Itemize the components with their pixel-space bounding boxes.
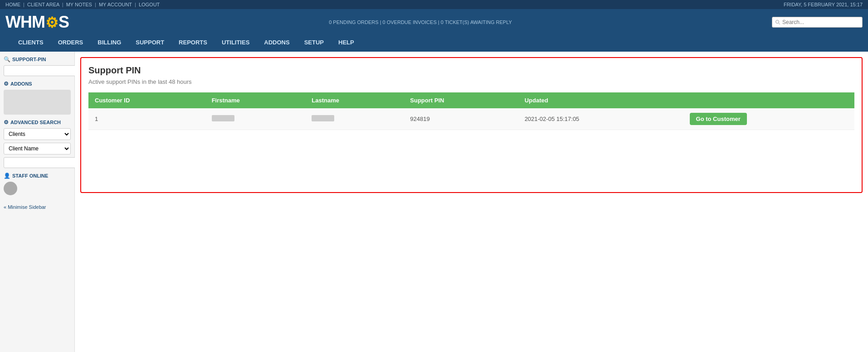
global-search-input[interactable] [772,17,863,28]
firstname-blurred [212,115,234,121]
search-icon: 🔍 [4,56,10,63]
sidebar: 🔍 SUPPORT-PIN Search ⚙ ADDONS ⚙ ADVANCED… [0,52,75,352]
logo: WHM⚙S [5,13,69,32]
header-search-area [772,17,863,28]
top-bar: HOME | CLIENT AREA | MY NOTES | MY ACCOU… [0,0,868,9]
main-layout: 🔍 SUPPORT-PIN Search ⚙ ADDONS ⚙ ADVANCED… [0,52,868,352]
search-type-select[interactable]: ClientsDomainsServices [4,128,71,140]
advanced-search-section-title: ⚙ ADVANCED SEARCH [4,119,71,125]
support-pin-box: Support PIN Active support PINs in the l… [80,57,863,193]
page-title: Support PIN [88,65,854,76]
nav-item-addons[interactable]: ADDONS [257,34,297,52]
cell-support-pin: 924819 [404,108,518,130]
addons-icon: ⚙ [4,81,9,87]
nav-item-orders[interactable]: ORDERS [51,34,91,52]
client-area-link[interactable]: CLIENT AREA [27,2,59,7]
my-account-link[interactable]: MY ACCOUNT [99,2,132,7]
nav-item-reports[interactable]: REPORTS [171,34,215,52]
advanced-search-row: Search [4,157,71,168]
cell-firstname [205,108,306,130]
addons-section-title: ⚙ ADDONS [4,81,71,87]
nav-item-setup[interactable]: SETUP [297,34,331,52]
overdue-invoices-badge: 0 OVERDUE INVOICES [383,19,437,25]
addon-placeholder [4,90,71,115]
cell-lastname [305,108,404,130]
logout-link[interactable]: LOGOUT [139,2,160,7]
nav-item-help[interactable]: HELP [331,34,361,52]
advanced-search-input[interactable] [4,157,78,168]
home-link[interactable]: HOME [5,2,20,7]
cell-action: Go to Customer [683,108,854,130]
col-action [683,92,854,108]
nav-item-support[interactable]: SUPPORT [128,34,171,52]
advanced-search-icon: ⚙ [4,119,9,125]
logo-gear-icon: ⚙ [45,14,58,31]
cell-customer-id: 1 [88,108,205,130]
go-to-customer-button[interactable]: Go to Customer [690,113,747,125]
lastname-blurred [312,115,334,121]
top-nav-links: HOME | CLIENT AREA | MY NOTES | MY ACCOU… [5,2,160,7]
nav-item-utilities[interactable]: UTILITIES [215,34,257,52]
staff-avatar [4,182,17,195]
pending-orders-badge: 0 PENDING ORDERS [329,19,378,25]
tickets-badge: 0 TICKET(S) AWAITING REPLY [441,19,512,25]
my-notes-link[interactable]: MY NOTES [66,2,92,7]
col-lastname: Lastname [305,92,404,108]
col-updated: Updated [518,92,683,108]
minimise-sidebar-link[interactable]: « Minimise Sidebar [4,204,71,210]
datetime-display: FRIDAY, 5 FEBRUARY 2021, 15:17 [784,2,863,7]
support-pin-table: Customer ID Firstname Lastname Support P… [88,92,854,130]
support-pin-section-title: 🔍 SUPPORT-PIN [4,56,71,63]
table-header: Customer ID Firstname Lastname Support P… [88,92,854,108]
table-body: 19248192021-02-05 15:17:05Go to Customer [88,108,854,130]
search-field-select[interactable]: Client NameEmailCompany [4,143,71,154]
nav-item-clients[interactable]: CLIENTS [11,34,51,52]
cell-updated: 2021-02-05 15:17:05 [518,108,683,130]
nav-bar: CLIENTSORDERSBILLINGSUPPORTREPORTSUTILIT… [5,34,863,52]
col-firstname: Firstname [205,92,306,108]
staff-icon: 👤 [4,173,10,179]
logo-text: WHM⚙S [5,13,69,32]
staff-online-section-title: 👤 STAFF ONLINE [4,173,71,179]
nav-item-billing[interactable]: BILLING [90,34,128,52]
header-notifications: 0 PENDING ORDERS | 0 OVERDUE INVOICES | … [329,19,512,25]
main-content: Support PIN Active support PINs in the l… [75,52,868,352]
header: WHM⚙S 0 PENDING ORDERS | 0 OVERDUE INVOI… [0,9,868,52]
col-support-pin: Support PIN [404,92,518,108]
support-pin-input[interactable] [4,65,78,76]
col-customer-id: Customer ID [88,92,205,108]
page-subtitle: Active support PINs in the last 48 hours [88,78,854,85]
support-pin-search-row: Search [4,65,71,76]
table-row: 19248192021-02-05 15:17:05Go to Customer [88,108,854,130]
